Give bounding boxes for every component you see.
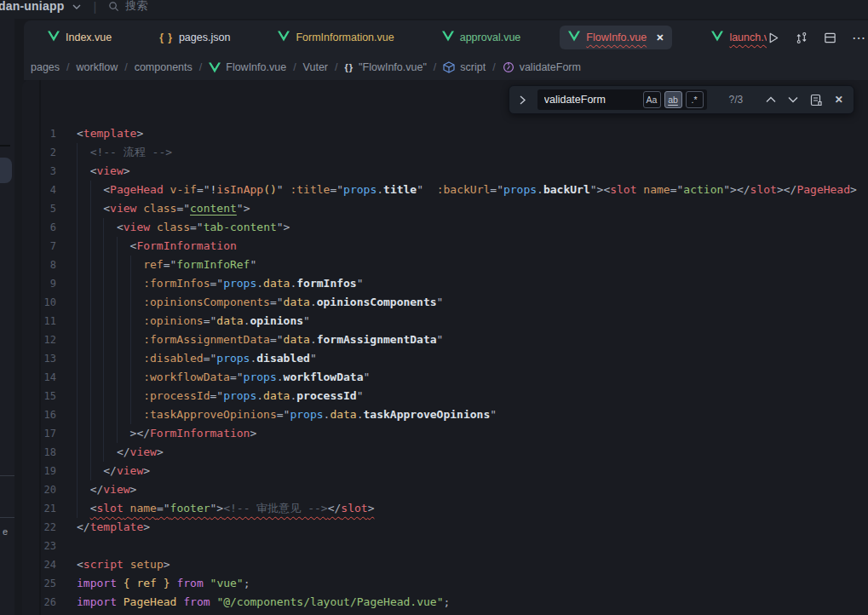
tab-forminformation-vue[interactable]: FormInformation.vue [269, 26, 402, 49]
code-line-25[interactable]: 25import { ref } from "vue"; [22, 574, 868, 593]
code-line-16[interactable]: 16:taskApproveOpinions="props.data.taskA… [22, 405, 868, 424]
line-number: 15 [22, 387, 56, 405]
code-line-17[interactable]: 17></FormInformation> [22, 424, 868, 443]
code-line-12[interactable]: 12:formAssignmentData="data.formAssignme… [22, 330, 868, 349]
breadcrumb-item-vuter[interactable]: Vuter [303, 61, 328, 73]
run-button[interactable] [767, 32, 779, 44]
breadcrumb-item-flowinfo-vue[interactable]: FlowInfo.vue [209, 61, 286, 73]
breadcrumb-item-workflow[interactable]: workflow [77, 61, 118, 73]
close-tab-icon[interactable]: ✕ [656, 32, 664, 43]
line-number: 16 [22, 405, 56, 424]
code-editor[interactable]: 1<template>2<!-- 流程 -->3<view>4<PageHead… [22, 80, 868, 615]
code-line-13[interactable]: 13:disabled="props.disabled" [22, 349, 868, 368]
rail-divider [0, 145, 10, 147]
code-text: <template> [77, 124, 143, 143]
breadcrumb-item--flowinfo-vue-[interactable]: {}"FlowInfo.vue" [345, 61, 427, 73]
code-line-19[interactable]: 19</view> [22, 462, 868, 480]
code-line-10[interactable]: 10:opinionsComponents="data.opinionsComp… [22, 293, 868, 312]
titlebar-divider: | [93, 0, 96, 14]
next-match-button[interactable] [785, 91, 802, 108]
code-line-1[interactable]: 1<template> [22, 124, 868, 143]
tab-label: FormInformation.vue [296, 32, 394, 43]
code-line-15[interactable]: 15:processId="props.data.processId" [22, 387, 868, 405]
code-line-26[interactable]: 26import PageHead from "@/components/lay… [22, 593, 868, 612]
code-line-8[interactable]: 8ref="formInfoRef" [22, 256, 868, 274]
code-line-11[interactable]: 11:opinions="data.opinions" [22, 312, 868, 330]
tab-approval-vue[interactable]: approval.vue [434, 26, 530, 49]
code-line-20[interactable]: 20</view> [22, 480, 868, 499]
tab-label: approval.vue [460, 32, 521, 43]
close-find-icon[interactable]: ✕ [831, 91, 847, 108]
find-in-selection-button[interactable] [808, 91, 825, 108]
code-line-23[interactable]: 23 [22, 537, 868, 555]
code-line-14[interactable]: 14:workflowData="props.workflowData" [22, 368, 868, 387]
breadcrumb-separator: / [66, 61, 69, 73]
code-line-22[interactable]: 22</template> [22, 518, 868, 537]
breadcrumb-separator: / [434, 61, 436, 73]
find-input-box: Aa ab .* [537, 89, 707, 110]
regex-button[interactable]: .* [686, 91, 704, 108]
line-number: 24 [22, 555, 56, 574]
code-text: <view class="content"> [77, 199, 250, 218]
breadcrumb-label: pages [31, 61, 60, 73]
module-icon [443, 61, 455, 73]
tab-label: pages.json [179, 32, 230, 43]
code-line-4[interactable]: 4<PageHead v-if="!isInApp()" :title="pro… [22, 181, 868, 199]
module-icon [443, 61, 455, 73]
rail-selected-item[interactable] [0, 158, 12, 183]
code-line-2[interactable]: 2<!-- 流程 --> [22, 143, 868, 162]
code-text: import PageHead from "@/components/layou… [77, 593, 450, 612]
rail-clipped-text: e [3, 526, 8, 537]
line-number: 23 [22, 537, 56, 555]
breadcrumb-label: components [135, 61, 193, 73]
breadcrumb-separator: / [492, 61, 495, 73]
more-actions-icon: ⋯ [852, 30, 866, 46]
left-sidebar-sliver: e [0, 19, 14, 615]
sync-changes-icon [795, 32, 808, 44]
method-icon [503, 61, 514, 73]
code-line-6[interactable]: 6<view class="tab-content"> [22, 218, 868, 237]
code-text: </view> [77, 462, 150, 480]
tab-flowinfo-vue[interactable]: FlowInfo.vue✕ [560, 26, 672, 49]
code-text: </view> [77, 480, 136, 499]
vue-icon [568, 31, 580, 44]
global-search[interactable]: 搜索 [108, 0, 147, 14]
chevron-down-icon[interactable] [72, 0, 81, 13]
whole-word-button[interactable]: ab [664, 91, 682, 108]
toggle-replace-chevron-icon[interactable] [514, 91, 531, 108]
line-number: 18 [22, 443, 56, 462]
line-number: 13 [22, 349, 56, 368]
tab-index-vue[interactable]: Index.vue [39, 26, 120, 49]
tab-pages-json[interactable]: { }pages.json [151, 26, 239, 49]
previous-match-button[interactable] [762, 91, 779, 108]
code-line-9[interactable]: 9:formInfos="props.data.formInfos" [22, 274, 868, 293]
code-line-5[interactable]: 5<view class="content"> [22, 199, 868, 218]
tab-bar: Index.vue{ }pages.jsonFormInformation.vu… [24, 20, 868, 55]
split-editor-button[interactable] [824, 32, 836, 44]
breadcrumb-item-components[interactable]: components [135, 61, 193, 73]
find-input[interactable] [544, 94, 640, 106]
breadcrumb-separator: / [199, 61, 202, 73]
breadcrumb-item-script[interactable]: script [443, 61, 486, 73]
sync-button[interactable] [795, 32, 808, 44]
code-line-7[interactable]: 7<FormInformation [22, 237, 868, 256]
breadcrumb-item-pages[interactable]: pages [31, 61, 60, 73]
project-name[interactable]: dan-uniapp [0, 0, 64, 13]
code-line-24[interactable]: 24<script setup> [22, 555, 868, 574]
find-widget: Aa ab .* ?/3 ✕ [509, 85, 854, 114]
more-button[interactable]: ⋯ [852, 30, 866, 46]
match-case-button[interactable]: Aa [643, 91, 661, 108]
code-line-3[interactable]: 3<view> [22, 162, 868, 181]
breadcrumb-item-validateform[interactable]: validateForm [503, 61, 581, 73]
line-number: 22 [22, 518, 56, 537]
line-number: 11 [22, 312, 56, 330]
code-line-18[interactable]: 18</view> [22, 443, 868, 462]
line-number: 7 [22, 237, 56, 256]
vue-icon [442, 31, 454, 44]
line-number: 2 [22, 143, 56, 162]
editor-group: Index.vue{ }pages.jsonFormInformation.vu… [14, 19, 868, 615]
tab-label: FlowInfo.vue [586, 32, 647, 43]
line-number: 20 [22, 480, 56, 499]
line-number: 9 [22, 274, 56, 293]
code-line-21[interactable]: 21<slot name="footer"><!-- 审批意见 --></slo… [22, 499, 868, 518]
